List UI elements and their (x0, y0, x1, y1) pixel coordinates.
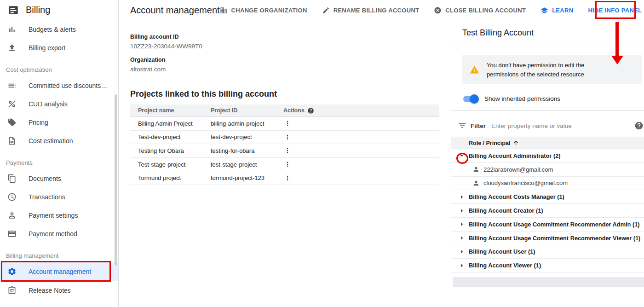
sidebar-item-cost-estimation[interactable]: Cost estimation (0, 132, 118, 150)
project-row-testing-for-obara: Testing for Obaratesting-for-obara (130, 144, 439, 158)
button-label: HIDE INFO PANEL (588, 7, 642, 14)
sidebar-item-payment-method[interactable]: Payment method (0, 225, 118, 243)
project-name: Billing Admin Project (130, 120, 203, 127)
project-name: Testing for Obara (130, 147, 203, 154)
learn-button[interactable]: LEARN (540, 6, 573, 14)
percent-icon (7, 99, 17, 109)
sidebar-item-label: Budgets & alerts (29, 26, 76, 33)
account-fields: Billing account ID10ZZ23-203044-WW99T0Or… (130, 34, 439, 73)
member-row: cloudysanfrancisco@gmail.com (451, 177, 644, 191)
content-row: Billing account ID10ZZ23-203044-WW99T0Or… (119, 21, 644, 307)
member-row: 222larabrown@gmail.com (451, 163, 644, 177)
button-label: CHANGE ORGANIZATION (231, 7, 307, 14)
warning-text: You don't have permission to edit the pe… (487, 61, 606, 79)
list-icon (7, 81, 17, 90)
role-row-billing-account-user-1[interactable]: Billing Account User (1) (451, 245, 644, 259)
triangle-right-icon (458, 193, 466, 201)
member-email: cloudysanfrancisco@gmail.com (483, 180, 568, 186)
role-row-billing-account-administrator-2[interactable]: Billing Account Administrator (2) (451, 149, 644, 163)
role-row-billing-account-costs-manager-1[interactable]: Billing Account Costs Manager (1) (451, 190, 644, 204)
inherited-permissions-toggle[interactable] (463, 96, 478, 102)
sidebar-item-billing-export[interactable]: Billing export (0, 39, 118, 57)
project-actions-menu-button[interactable] (283, 133, 292, 142)
close-billing-account-button[interactable]: CLOSE BILLING ACCOUNT (434, 6, 526, 14)
toggle-knob (470, 94, 479, 104)
role-principal-sort-header[interactable]: Role / Principal (451, 137, 644, 149)
field-value: altostrat.com (130, 66, 439, 73)
kebab-icon (284, 161, 291, 168)
project-actions-menu-button[interactable] (283, 174, 292, 183)
filter-help-icon[interactable] (634, 121, 644, 130)
projects-table-body: Billing Admin Projectbilling-admin-proje… (130, 117, 439, 185)
column-project-id: Project ID (203, 107, 276, 114)
role-row-billing-account-viewer-1[interactable]: Billing Account Viewer (1) (451, 259, 644, 272)
project-name: Test-dev-project (130, 133, 203, 140)
sidebar-item-label: CUD analysis (29, 100, 68, 108)
sort-ascending-icon (512, 139, 519, 146)
change-organization-button[interactable]: CHANGE ORGANIZATION (220, 6, 307, 14)
sidebar-item-account-management[interactable]: Account management (0, 262, 118, 281)
project-id: test-stage-project (203, 161, 276, 168)
project-actions-menu-button[interactable] (283, 160, 292, 169)
button-label: LEARN (552, 7, 573, 14)
button-label: RENAME BILLING ACCOUNT (334, 7, 420, 14)
gear-icon (7, 267, 17, 276)
sidebar-item-committed-use-discounts[interactable]: Committed use discounts… (0, 76, 118, 95)
sidebar-item-release-notes[interactable]: Release Notes (0, 281, 118, 299)
kebab-icon (284, 120, 291, 127)
sidebar-item-label: Documents (29, 175, 61, 182)
sidebar-item-payment-settings[interactable]: Payment settings (0, 206, 118, 225)
column-actions: Actions (276, 107, 439, 114)
horizontal-scrollbar[interactable] (453, 277, 644, 287)
sidebar-item-transactions[interactable]: Transactions (0, 188, 118, 206)
field-billing-account-id: Billing account ID10ZZ23-203044-WW99T0 (130, 34, 439, 50)
role-label: Billing Account User (1) (469, 248, 535, 255)
triangle-right-icon (458, 207, 466, 215)
project-actions-menu-button[interactable] (283, 119, 292, 128)
filter-row: Filter (451, 111, 644, 137)
sidebar-item-label: Billing export (29, 44, 65, 52)
school-icon (540, 6, 548, 14)
info-panel-title-row: Test Billing Account (451, 21, 644, 45)
clock-icon (7, 192, 17, 202)
bar-chart-icon (7, 25, 17, 34)
role-label: Billing Account Usage Commitment Recomme… (469, 235, 640, 242)
triangle-right-icon (458, 248, 466, 256)
page-title: Account management (130, 5, 220, 16)
projects-heading: Projects linked to this billing account (130, 89, 439, 99)
role-row-billing-account-usage-commitment-recommender-admin-1[interactable]: Billing Account Usage Commitment Recomme… (451, 218, 644, 232)
sidebar-nav: Budgets & alertsBilling exportCost optim… (0, 20, 118, 299)
project-row-test-stage-project: Test-stage-projecttest-stage-project (130, 158, 439, 172)
hide-info-panel-button[interactable]: HIDE INFO PANEL (588, 7, 642, 14)
filter-input[interactable] (491, 122, 631, 129)
field-label: Organization (130, 57, 439, 63)
project-actions-menu-button[interactable] (283, 146, 292, 155)
role-principal-label: Role / Principal (469, 140, 510, 146)
sidebar-item-documents[interactable]: Documents (0, 169, 118, 188)
sidebar-item-cud-analysis[interactable]: CUD analysis (0, 95, 118, 113)
help-icon (307, 107, 314, 114)
role-row-billing-account-creator-1[interactable]: Billing Account Creator (1) (451, 204, 644, 218)
role-label: Billing Account Creator (1) (469, 207, 543, 214)
right-region: Account management CHANGE ORGANIZATIONRE… (119, 0, 644, 307)
pencil-icon (322, 6, 330, 14)
info-panel-title: Test Billing Account (462, 28, 534, 38)
project-id: billing-admin-project (203, 120, 276, 127)
sidebar-item-pricing[interactable]: Pricing (0, 113, 118, 132)
sidebar-scrollbar[interactable] (115, 94, 117, 266)
filter-icon (458, 121, 467, 130)
rename-billing-account-button[interactable]: RENAME BILLING ACCOUNT (322, 6, 420, 14)
sidebar-item-budgets-alerts[interactable]: Budgets & alerts (0, 20, 118, 39)
kebab-icon (284, 147, 291, 154)
triangle-right-icon (458, 220, 466, 228)
role-row-billing-account-usage-commitment-recommender-viewer-1[interactable]: Billing Account Usage Commitment Recomme… (451, 232, 644, 245)
member-email: 222larabrown@gmail.com (483, 166, 553, 173)
export-icon (7, 43, 17, 52)
sidebar-item-label: Cost estimation (29, 137, 73, 145)
sidebar-item-label: Release Notes (29, 287, 71, 294)
role-label: Billing Account Viewer (1) (469, 262, 541, 269)
field-label: Billing account ID (130, 34, 439, 40)
project-row-billing-admin-project: Billing Admin Projectbilling-admin-proje… (130, 117, 439, 131)
filter-label: Filter (471, 122, 486, 129)
sidebar-item-label: Transactions (29, 193, 65, 201)
